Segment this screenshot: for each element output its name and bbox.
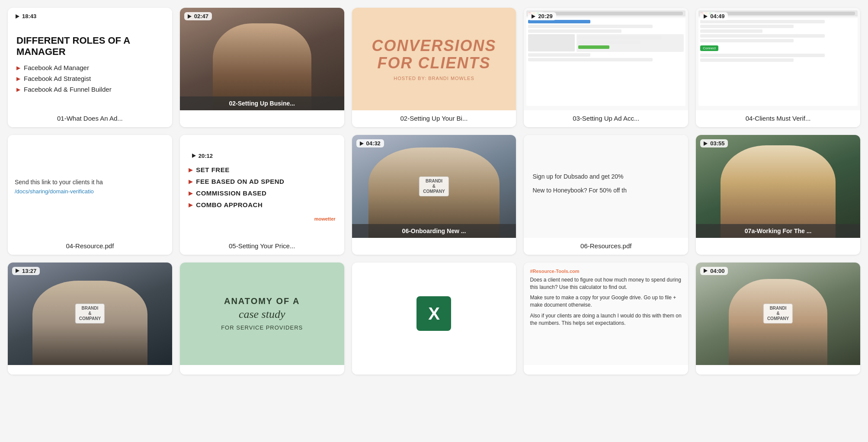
card-11[interactable]: 13:27 BRANDI&COMPANY [8,263,172,375]
card-12-label [180,365,344,375]
arrow-icon-3: ▶ [16,86,20,93]
card-07-content: 20:12 ▶ SET FREE ▶ FEE BASED ON AD SPEND… [180,135,344,237]
card-15-logo: BRANDI&COMPANY [763,304,793,323]
card-07-item1: ▶ SET FREE [189,166,336,173]
duration-badge-10: 03:55 [700,139,728,147]
card-08-overlay: 06-Onboarding New ... [352,224,516,238]
card-01-label: 01-What Does An Ad... [8,110,172,127]
card-01-title: DIFFERENT ROLES OF A MANAGER [16,35,163,58]
card-05-label: 04-Clients Must Verif... [696,110,860,127]
card-07-item4: ▶ COMBO APPROACH [189,201,336,208]
duration-badge-04: 20:29 [528,12,556,20]
duration-badge-11: 13:27 [12,267,40,275]
card-06-label: 04-Resource.pdf [8,238,172,255]
card-14-line3: Also if your clients are doing a launch … [530,312,682,327]
card-07[interactable]: 20:12 ▶ SET FREE ▶ FEE BASED ON AD SPEND… [180,135,344,254]
card-14-label [524,365,688,375]
duration-badge-05: 04:49 [700,12,728,20]
card-12-title1: ANATOMY OF A [224,296,300,306]
card-09-line2: New to Honeybook? For 50% off th [532,186,679,195]
card-13-content: X [352,263,516,365]
card-08[interactable]: 04:32 BRANDI&COMPANY 06-Onboarding New .… [352,135,516,254]
card-12-script: case study [239,308,285,321]
card-01[interactable]: 18:43 DIFFERENT ROLES OF A MANAGER ▶ Fac… [8,8,172,127]
arrow-icon-1: ▶ [16,65,20,71]
duration-badge-15: 04:00 [700,267,728,275]
card-03-title: CONVERSIONSFOR CLIENTS [372,37,496,71]
card-07-label: 05-Setting Your Price... [180,238,344,255]
card-01-item1: ▶ Facebook Ad Manager [16,64,163,71]
card-06-link: /docs/sharing/domain-verificatio [15,188,165,195]
card-01-content: 18:43 DIFFERENT ROLES OF A MANAGER ▶ Fac… [8,8,172,110]
video-grid: 18:43 DIFFERENT ROLES OF A MANAGER ▶ Fac… [0,0,868,382]
card-13-label [352,365,516,375]
card-01-item3: ▶ Facebook Ad & Funnel Builder [16,86,163,93]
card-12-content: ANATOMY OF A case study FOR SERVICE PROV… [180,263,344,365]
card-13[interactable]: X [352,263,516,375]
card-12[interactable]: ANATOMY OF A case study FOR SERVICE PROV… [180,263,344,375]
card-03-content: CONVERSIONSFOR CLIENTS HOSTED BY: BRANDI… [352,8,516,110]
card-04[interactable]: 20:29 [524,8,688,127]
card-04-screenshot [524,8,688,110]
arrow-icon-7-3: ▶ [189,190,193,196]
card-02[interactable]: 02:47 02-Setting Up Busine... [180,8,344,127]
card-06-send: Send this link to your clients it ha [15,179,165,186]
card-10-overlay: 07a-Working For The ... [696,224,860,238]
arrow-icon-7-1: ▶ [189,167,193,173]
card-03[interactable]: CONVERSIONSFOR CLIENTS HOSTED BY: BRANDI… [352,8,516,127]
card-05[interactable]: 04:49 Connect [696,8,860,127]
card-12-title2: FOR SERVICE PROVIDERS [221,324,303,331]
card-08-logo: BRANDI&COMPANY [419,176,448,196]
card-10[interactable]: 03:55 07a-Working For The ... [696,135,860,254]
card-15-label [696,365,860,375]
card-04-label: 03-Setting Up Ad Acc... [524,110,688,127]
card-06-content: Send this link to your clients it ha /do… [8,135,172,237]
card-11-logo: BRANDI&COMPANY [75,304,105,323]
duration-badge-08: 04:32 [356,139,384,147]
card-07-item2: ▶ FEE BASED ON AD SPEND [189,178,336,185]
card-09-content: Sign up for Dubsado and get 20% New to H… [524,135,688,237]
card-01-item2: ▶ Facebook Ad Strategist [16,75,163,82]
card-15[interactable]: 04:00 BRANDI&COMPANY [696,263,860,375]
card-02-overlay: 02-Setting Up Busine... [180,96,344,110]
card-14-line2: Make sure to make a copy for your Google… [530,294,682,309]
card-14-content: #Resource-Tools.com Does a client need t… [524,263,688,365]
arrow-icon-2: ▶ [16,76,20,82]
card-14[interactable]: #Resource-Tools.com Does a client need t… [524,263,688,375]
card-05-screenshot: Connect [696,8,860,110]
card-09-label: 06-Resources.pdf [524,238,688,255]
card-14-line1: Does a client need to figure out how muc… [530,276,682,291]
duration-badge-07: 20:12 [189,152,336,160]
card-03-subtitle: HOSTED BY: BRANDI MOWLES [394,76,474,81]
card-07-watermark: mowetter [189,216,336,221]
excel-icon: X [416,296,451,331]
card-14-watermark: #Resource-Tools.com [530,269,682,274]
arrow-icon-7-4: ▶ [189,202,193,208]
card-09[interactable]: Sign up for Dubsado and get 20% New to H… [524,135,688,254]
duration-badge-02: 02:47 [184,12,212,20]
card-06[interactable]: Send this link to your clients it ha /do… [8,135,172,254]
arrow-icon-7-2: ▶ [189,179,193,185]
card-03-label: 02-Setting Up Your Bi... [352,110,516,127]
duration-badge-01: 18:43 [12,12,40,20]
card-07-item3: ▶ COMMISSION BASED [189,189,336,197]
card-11-label [8,365,172,375]
card-09-line1: Sign up for Dubsado and get 20% [532,173,679,181]
